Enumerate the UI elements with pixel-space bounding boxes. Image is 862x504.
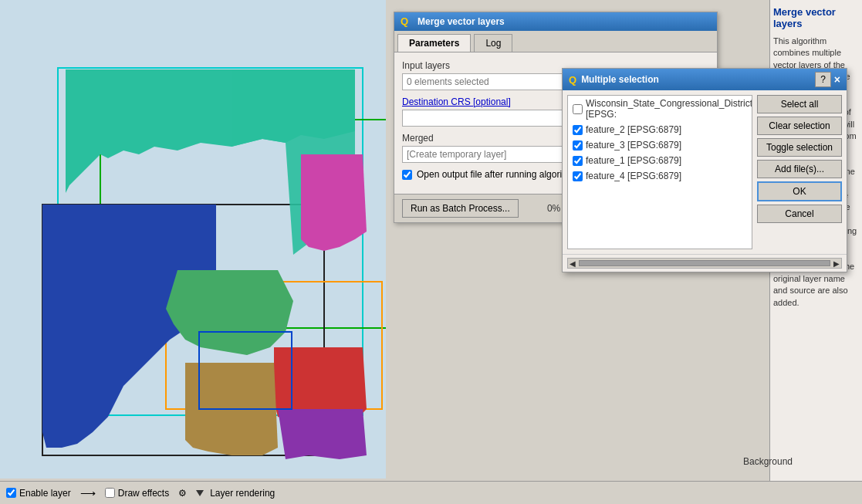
layer-item[interactable]: feature_4 [EPSG:6879] [568,168,752,184]
layer-label-1: feature_2 [EPSG:6879] [586,124,681,135]
multi-select-body: Wisconsin_State_Congressional_Districts … [563,90,847,254]
add-files-button[interactable]: Add file(s)... [757,160,842,178]
multi-select-titlebar: Q Multiple selection ? × [563,69,847,90]
merge-dialog-titlebar: Q Merge vector layers [394,12,717,31]
layer-arrow-icon: ⟶ [80,487,96,499]
multi-select-title: Multiple selection [581,74,659,85]
layer-label-2: feature_3 [EPSG:6879] [586,140,681,151]
clear-selection-button[interactable]: Clear selection [757,117,842,135]
horizontal-scrollbar[interactable]: ◀ ▶ [567,258,842,269]
layer-rendering-row: Layer rendering [196,488,275,499]
layer-checkbox-0[interactable] [573,104,583,114]
layer-checkbox-4[interactable] [573,171,583,181]
enable-layer-row: Enable layer [6,488,71,499]
layer-item[interactable]: feature_1 [EPSG:6879] [568,153,752,168]
map-canvas [0,0,386,479]
toggle-selection-button[interactable]: Toggle selection [757,138,842,157]
ok-button[interactable]: OK [757,181,842,201]
run-batch-button[interactable]: Run as Batch Process... [402,199,519,218]
multi-select-buttons: Select all Clear selection Toggle select… [757,95,842,249]
layer-item[interactable]: feature_2 [EPSG:6879] [568,122,752,137]
enable-layer-checkbox[interactable] [6,488,16,498]
draw-effects-checkbox[interactable] [105,488,115,498]
select-all-button[interactable]: Select all [757,95,842,113]
cancel-button[interactable]: Cancel [757,205,842,223]
draw-effects-label: Draw effects [118,488,169,499]
draw-effects-settings[interactable]: ⚙ [178,488,187,499]
layer-item[interactable]: Wisconsin_State_Congressional_Districts … [568,96,752,122]
layer-label-3: feature_1 [EPSG:6879] [586,155,681,166]
horizontal-scrollbar-area: ◀ ▶ [563,254,847,272]
layer-checkbox-3[interactable] [573,156,583,166]
layer-label-4: feature_4 [EPSG:6879] [586,171,681,181]
layer-label-0: Wisconsin_State_Congressional_Districts … [586,98,752,120]
right-panel-title: Merge vector layers [773,6,859,29]
layer-checkbox-2[interactable] [573,140,583,151]
background-label: Background [743,456,793,467]
progress-percent: 0% [547,203,560,214]
tab-parameters[interactable]: Parameters [397,34,471,52]
qgis-icon-multi: Q [569,74,576,86]
layer-list[interactable]: Wisconsin_State_Congressional_Districts … [567,95,752,249]
layer-checkbox-1[interactable] [573,125,583,135]
merge-dialog-tabs: Parameters Log [394,31,717,52]
layer-rendering-label: Layer rendering [210,488,275,499]
qgis-icon: Q [401,15,413,28]
layer-arrow-btn: ⟶ [80,487,96,499]
scroll-left-arrow[interactable]: ◀ [570,259,576,268]
open-output-label: Open output file after running algorithm [417,169,577,180]
triangle-icon [196,490,204,496]
open-output-checkbox[interactable] [402,170,412,180]
scroll-thumb[interactable] [579,260,830,266]
tab-log[interactable]: Log [474,34,512,52]
enable-layer-label: Enable layer [19,488,71,499]
bottom-panel: Enable layer ⟶ Draw effects ⚙ Layer rend… [0,481,862,504]
scroll-right-arrow[interactable]: ▶ [833,259,840,268]
multiple-selection-dialog: Q Multiple selection ? × Wisconsin_State… [562,68,847,272]
draw-effects-row: Draw effects [105,488,169,499]
merge-dialog-title: Merge vector layers [417,16,505,27]
help-button[interactable]: ? [815,72,831,87]
layer-item[interactable]: feature_3 [EPSG:6879] [568,137,752,153]
multi-close-button[interactable]: × [834,74,840,85]
settings-icon: ⚙ [178,488,187,499]
